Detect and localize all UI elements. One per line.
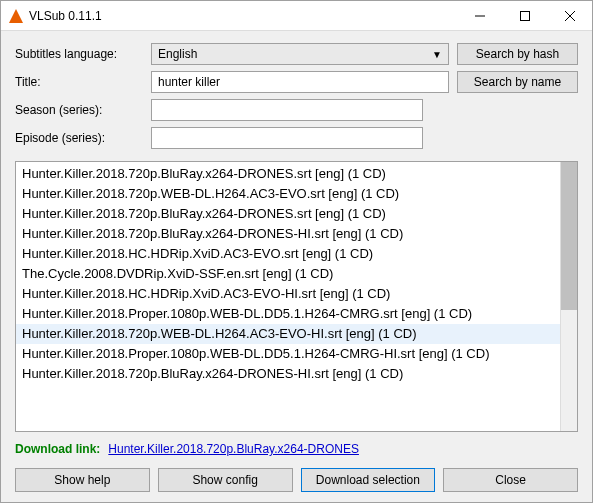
search-by-hash-button[interactable]: Search by hash bbox=[457, 43, 578, 65]
result-item[interactable]: Hunter.Killer.2018.720p.WEB-DL.H264.AC3-… bbox=[16, 184, 560, 204]
svg-rect-1 bbox=[520, 11, 529, 20]
result-item[interactable]: Hunter.Killer.2018.720p.BluRay.x264-DRON… bbox=[16, 204, 560, 224]
chevron-down-icon: ▼ bbox=[432, 49, 442, 60]
close-window-button[interactable] bbox=[547, 1, 592, 30]
search-by-name-button[interactable]: Search by name bbox=[457, 71, 578, 93]
result-item[interactable]: Hunter.Killer.2018.Proper.1080p.WEB-DL.D… bbox=[16, 344, 560, 364]
vlc-cone-icon bbox=[9, 9, 23, 23]
window-title: VLSub 0.11.1 bbox=[29, 9, 102, 23]
results-list[interactable]: Hunter.Killer.2018.720p.BluRay.x264-DRON… bbox=[16, 162, 560, 431]
language-value: English bbox=[158, 47, 197, 61]
result-item[interactable]: Hunter.Killer.2018.HC.HDRip.XviD.AC3-EVO… bbox=[16, 284, 560, 304]
season-input[interactable] bbox=[151, 99, 423, 121]
content-area: Subtitles language: English ▼ Search by … bbox=[1, 31, 592, 502]
result-item[interactable]: Hunter.Killer.2018.720p.BluRay.x264-DRON… bbox=[16, 224, 560, 244]
title-row: Title: Search by name bbox=[15, 71, 578, 93]
season-row: Season (series): bbox=[15, 99, 578, 121]
result-item[interactable]: Hunter.Killer.2018.720p.BluRay.x264-DRON… bbox=[16, 364, 560, 384]
show-config-button[interactable]: Show config bbox=[158, 468, 293, 492]
title-input[interactable] bbox=[151, 71, 449, 93]
language-select[interactable]: English ▼ bbox=[151, 43, 449, 65]
close-button[interactable]: Close bbox=[443, 468, 578, 492]
result-item[interactable]: Hunter.Killer.2018.HC.HDRip.XviD.AC3-EVO… bbox=[16, 244, 560, 264]
title-label: Title: bbox=[15, 75, 143, 89]
result-item[interactable]: Hunter.Killer.2018.Proper.1080p.WEB-DL.D… bbox=[16, 304, 560, 324]
bottom-buttons: Show help Show config Download selection… bbox=[15, 464, 578, 492]
titlebar: VLSub 0.11.1 bbox=[1, 1, 592, 31]
result-item[interactable]: Hunter.Killer.2018.720p.BluRay.x264-DRON… bbox=[16, 164, 560, 184]
result-item[interactable]: Hunter.Killer.2018.720p.WEB-DL.H264.AC3-… bbox=[16, 324, 560, 344]
maximize-button[interactable] bbox=[502, 1, 547, 30]
show-help-button[interactable]: Show help bbox=[15, 468, 150, 492]
window-controls bbox=[457, 1, 592, 30]
download-link[interactable]: Hunter.Killer.2018.720p.BluRay.x264-DRON… bbox=[108, 442, 359, 456]
download-link-row: Download link: Hunter.Killer.2018.720p.B… bbox=[15, 438, 578, 458]
language-label: Subtitles language: bbox=[15, 47, 143, 61]
download-link-label: Download link: bbox=[15, 442, 100, 456]
download-selection-button[interactable]: Download selection bbox=[301, 468, 436, 492]
results-box: Hunter.Killer.2018.720p.BluRay.x264-DRON… bbox=[15, 161, 578, 432]
language-row: Subtitles language: English ▼ Search by … bbox=[15, 43, 578, 65]
scroll-thumb[interactable] bbox=[561, 162, 577, 310]
titlebar-left: VLSub 0.11.1 bbox=[9, 9, 102, 23]
vlsub-window: VLSub 0.11.1 Subtitles language: English… bbox=[0, 0, 593, 503]
episode-label: Episode (series): bbox=[15, 131, 143, 145]
episode-row: Episode (series): bbox=[15, 127, 578, 149]
season-label: Season (series): bbox=[15, 103, 143, 117]
minimize-button[interactable] bbox=[457, 1, 502, 30]
episode-input[interactable] bbox=[151, 127, 423, 149]
result-item[interactable]: The.Cycle.2008.DVDRip.XviD-SSF.en.srt [e… bbox=[16, 264, 560, 284]
scrollbar[interactable] bbox=[560, 162, 577, 431]
